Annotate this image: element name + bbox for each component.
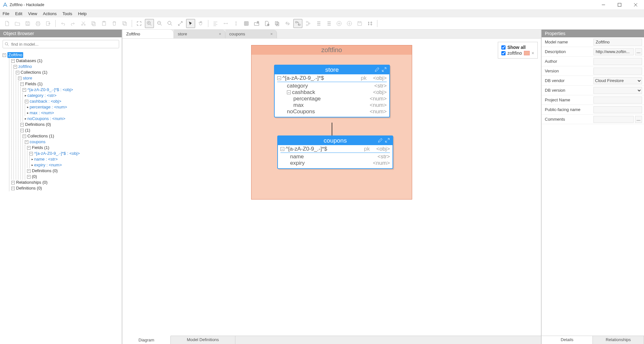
close-icon[interactable]: × [219,32,221,36]
new-file-icon[interactable] [3,19,12,28]
menu-tools[interactable]: Tools [62,11,72,16]
property-select[interactable]: Cloud Firestore [593,77,642,84]
compare-icon[interactable] [365,19,374,28]
link-icon[interactable] [283,19,292,28]
close-icon[interactable]: × [532,51,534,56]
legend-item-checkbox[interactable] [501,51,506,55]
save-icon[interactable] [23,19,32,28]
maximize-button[interactable] [614,1,625,9]
expand-icon[interactable] [382,67,387,72]
properties-header: Properties [542,30,644,37]
entity-row[interactable]: noCoupons<num> [277,108,387,115]
bottom-tab-diagram[interactable]: Diagram [122,336,171,344]
entity-row[interactable]: −cashback<obj> [277,89,387,96]
property-label: Description [542,48,592,56]
delete-icon[interactable] [110,19,119,28]
database-container[interactable]: zoftfino store −^[a-zA-Z0-9_.-]*$pk<obj>… [251,45,412,200]
distribute-h-icon[interactable] [221,19,230,28]
property-select[interactable] [593,87,642,94]
distribute-v-icon[interactable] [232,19,241,28]
property-label: DB version [542,86,592,94]
menu-file[interactable]: File [3,11,9,16]
diagram-canvas[interactable]: Show all zoftfino× zoftfino store −^[a-z… [122,39,541,336]
property-input[interactable] [593,68,642,75]
properties-tab-details[interactable]: Details [542,336,593,344]
property-input[interactable] [593,39,642,46]
property-input[interactable] [593,48,634,55]
close-icon[interactable]: × [270,32,273,36]
tab-zoftfino[interactable]: Zoftfino [122,30,174,38]
relationship-icon[interactable] [293,19,302,28]
database-title: zoftfino [251,45,412,55]
entity-coupons[interactable]: coupons −^[a-zA-Z0-9_.-]*$pk<obj>name<st… [277,135,393,169]
tree-view[interactable]: −Zoftfino −Databases (1) −zoftfino −Coll… [0,51,122,344]
add-container-icon[interactable] [252,19,261,28]
menu-view[interactable]: View [28,11,37,16]
pointer-icon[interactable] [186,19,195,28]
add-document-icon[interactable] [262,19,271,28]
legend-showall-checkbox[interactable] [501,45,506,50]
tree-root[interactable]: Zoftfino [7,52,23,58]
svg-rect-1 [618,3,621,6]
list-icon[interactable] [314,19,323,28]
add-collection-icon[interactable] [273,19,282,28]
zoom-out-icon[interactable] [155,19,164,28]
edit-icon[interactable] [374,67,380,72]
duplicate-icon[interactable] [120,19,129,28]
bottom-tab-modeldefs[interactable]: Model Definitions [171,336,235,344]
entity-row[interactable]: −^[a-zA-Z0-9_.-]*$pk<obj> [280,146,390,152]
svg-point-14 [168,21,171,24]
close-button[interactable] [630,1,641,9]
property-input[interactable] [593,106,642,113]
zoom-actual-icon[interactable] [166,19,175,28]
menu-help[interactable]: Help [78,11,87,16]
minimize-button[interactable] [598,1,609,9]
property-input[interactable] [593,58,642,65]
redo-icon[interactable] [69,19,78,28]
svg-rect-10 [123,22,126,24]
branch-icon[interactable] [304,19,313,28]
bottom-tabs: Diagram Model Definitions [122,336,541,344]
grid-icon[interactable] [242,19,251,28]
entity-store[interactable]: store −^[a-zA-Z0-9_.-]*$pk<obj>category<… [274,65,390,117]
ellipsis-button[interactable]: … [635,116,642,123]
entity-row[interactable]: name<str> [280,153,390,160]
svg-point-26 [5,42,8,45]
save2-icon[interactable] [355,19,364,28]
ellipsis-button[interactable]: … [635,48,642,55]
fit-screen-icon[interactable] [135,19,144,28]
tab-store[interactable]: store× [174,30,225,38]
window-title: Zoftfino - Hackolade [10,3,598,7]
align-left-icon[interactable] [211,19,220,28]
expand-icon[interactable] [385,138,390,143]
entity-row[interactable]: percentage<num> [277,96,387,102]
zoom-in-icon[interactable] [145,19,154,28]
down-circle-icon[interactable] [345,19,354,28]
properties-tab-relationships[interactable]: Relationships [593,336,644,344]
edit-icon[interactable] [378,138,383,143]
cut-icon[interactable] [79,19,88,28]
menu-edit[interactable]: Edit [15,11,22,16]
undo-icon[interactable] [58,19,67,28]
property-input[interactable] [593,116,634,123]
menu-actions[interactable]: Actions [43,11,57,16]
entity-row[interactable]: max<num> [277,102,387,108]
property-input[interactable] [593,97,642,104]
add-circle-icon[interactable] [335,19,344,28]
pan-icon[interactable] [196,19,205,28]
property-row: Model name [542,37,644,47]
export-icon[interactable] [44,19,53,28]
list2-icon[interactable] [324,19,333,28]
paste-icon[interactable] [99,19,109,28]
expand-icon[interactable] [176,19,185,28]
object-browser-panel: Object Browser −Zoftfino −Databases (1) … [0,30,122,344]
copy-icon[interactable] [89,19,98,28]
svg-point-4 [81,24,83,25]
print-icon[interactable] [33,19,43,28]
entity-row[interactable]: −^[a-zA-Z0-9_.-]*$pk<obj> [277,75,387,81]
open-folder-icon[interactable] [13,19,22,28]
entity-row[interactable]: category<str> [277,83,387,89]
tab-coupons[interactable]: coupons× [225,30,277,38]
search-input[interactable] [3,40,119,48]
entity-row[interactable]: expiry<num> [280,160,390,166]
